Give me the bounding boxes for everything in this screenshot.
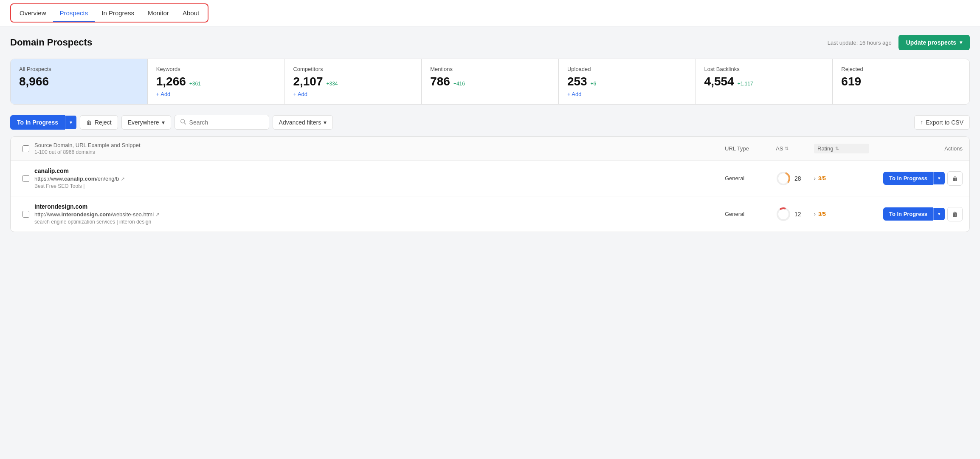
row2-domain-name: interondesign.com — [34, 203, 725, 210]
stat-label-lost-backlinks: Lost Backlinks — [704, 66, 824, 72]
stat-add-uploaded[interactable]: + Add — [567, 91, 687, 97]
stat-card-competitors[interactable]: Competitors 2,107 +334 + Add — [284, 59, 422, 104]
row2-domain-cell: interondesign.com http://www.interondesi… — [34, 203, 725, 225]
row1-snippet: Best Free SEO Tools | — [34, 183, 725, 189]
select-all-checkbox[interactable] — [23, 145, 29, 152]
nav-item-in-progress[interactable]: In Progress — [95, 5, 141, 22]
row2-rating-arrow-icon: › — [814, 211, 816, 217]
row2-domain-url: http://www.interondesign.com/website-seo… — [34, 211, 725, 218]
stat-card-rejected[interactable]: Rejected 619 — [833, 59, 969, 104]
row2-actions-cell: To In Progress ▾ 🗑 — [869, 207, 963, 221]
row2-external-link-icon[interactable]: ↗ — [155, 212, 160, 218]
row2-as-score: 12 — [776, 207, 814, 222]
everywhere-dropdown[interactable]: Everywhere ▾ — [121, 115, 171, 130]
stat-card-lost-backlinks[interactable]: Lost Backlinks 4,554 +1,117 — [696, 59, 833, 104]
th-url-type: URL Type — [725, 145, 776, 152]
table-count: 1-100 out of 8966 domains — [34, 149, 725, 155]
stat-delta-keywords: +361 — [189, 81, 201, 87]
row2-as-donut — [776, 207, 791, 222]
stat-label-competitors: Competitors — [293, 66, 413, 72]
nav-item-overview[interactable]: Overview — [13, 5, 53, 22]
export-label: Export to CSV — [926, 119, 963, 126]
row1-actions-cell: To In Progress ▾ 🗑 — [869, 171, 963, 186]
stat-card-mentions[interactable]: Mentions 786 +416 — [422, 59, 559, 104]
stat-delta-uploaded: +6 — [591, 81, 597, 87]
everywhere-chevron-icon: ▾ — [162, 119, 165, 126]
stat-card-all[interactable]: All Prospects 8,966 — [11, 59, 148, 104]
row2-action-split: To In Progress ▾ — [883, 207, 945, 221]
stat-label-keywords: Keywords — [156, 66, 276, 72]
th-source: Source Domain, URL Example and Snippet 1… — [34, 142, 725, 155]
export-csv-button[interactable]: ↑ Export to CSV — [914, 115, 970, 130]
advanced-filters-button[interactable]: Advanced filters ▾ — [273, 115, 333, 130]
stat-label-mentions: Mentions — [430, 66, 550, 72]
row2-snippet: search engine optimization services | in… — [34, 219, 725, 225]
row1-action-chevron-icon: ▾ — [938, 176, 941, 181]
update-prospects-button[interactable]: Update prospects ▾ — [898, 35, 970, 50]
page-title: Domain Prospects — [10, 37, 92, 48]
update-prospects-label: Update prospects — [906, 39, 956, 46]
row1-url-type: General — [725, 175, 776, 181]
stat-add-competitors[interactable]: + Add — [293, 91, 413, 97]
table-row: interondesign.com http://www.interondesi… — [11, 196, 969, 232]
stat-card-uploaded[interactable]: Uploaded 253 +6 + Add — [559, 59, 696, 104]
stat-value-competitors: 2,107 — [293, 75, 323, 88]
select-all-cell[interactable] — [17, 145, 34, 152]
everywhere-label: Everywhere — [128, 119, 159, 126]
stat-delta-lost-backlinks: +1,117 — [738, 81, 753, 87]
table-row: canalip.com https://www.canalip.com/en/e… — [11, 161, 969, 196]
row1-trash-icon: 🗑 — [952, 175, 958, 182]
row1-checkbox-cell[interactable] — [17, 175, 34, 182]
row2-checkbox-cell[interactable] — [17, 211, 34, 218]
search-icon — [180, 119, 186, 126]
th-source-label: Source Domain, URL Example and Snippet — [34, 142, 141, 148]
last-update-text: Last update: 16 hours ago — [828, 40, 892, 46]
row2-delete-button[interactable]: 🗑 — [947, 207, 963, 221]
page-header: Domain Prospects Last update: 16 hours a… — [10, 35, 970, 50]
row1-to-in-progress-button[interactable]: To In Progress — [883, 172, 933, 185]
row1-domain-cell: canalip.com https://www.canalip.com/en/e… — [34, 167, 725, 189]
row2-action-chevron-icon: ▾ — [938, 211, 941, 216]
row1-rating: › 3/5 — [814, 175, 869, 181]
th-actions-label: Actions — [944, 145, 963, 152]
stat-label-rejected: Rejected — [841, 66, 961, 72]
th-as[interactable]: AS ⇅ — [776, 145, 814, 152]
search-box — [175, 115, 269, 130]
row1-external-link-icon[interactable]: ↗ — [121, 176, 125, 182]
to-in-progress-split-button: To In Progress ▾ — [10, 115, 76, 130]
row2-action-dropdown-button[interactable]: ▾ — [933, 208, 945, 220]
search-input[interactable] — [189, 119, 264, 126]
row1-action-dropdown-button[interactable]: ▾ — [933, 172, 945, 184]
row2-to-in-progress-button[interactable]: To In Progress — [883, 207, 933, 221]
to-in-progress-dropdown-icon: ▾ — [70, 119, 72, 125]
nav-bar: Overview Prospects In Progress Monitor A… — [0, 0, 980, 26]
stat-delta-mentions: +416 — [453, 81, 465, 87]
rating-sort-icon: ⇅ — [835, 146, 839, 151]
app-container: Overview Prospects In Progress Monitor A… — [0, 0, 980, 459]
table-container: Source Domain, URL Example and Snippet 1… — [10, 136, 970, 232]
table-header-row: Source Domain, URL Example and Snippet 1… — [11, 137, 969, 161]
reject-button[interactable]: 🗑 Reject — [80, 115, 118, 130]
th-rating[interactable]: Rating ⇅ — [814, 144, 869, 153]
stat-value-mentions: 786 — [430, 75, 450, 88]
row2-rating-value: 3/5 — [818, 211, 826, 217]
svg-line-1 — [184, 123, 186, 125]
row1-checkbox[interactable] — [23, 175, 29, 182]
nav-item-about[interactable]: About — [176, 5, 206, 22]
stat-add-keywords[interactable]: + Add — [156, 91, 276, 97]
row1-delete-button[interactable]: 🗑 — [947, 171, 963, 186]
to-in-progress-dropdown-button[interactable]: ▾ — [65, 116, 76, 129]
nav-item-prospects[interactable]: Prospects — [53, 5, 95, 22]
to-in-progress-button[interactable]: To In Progress — [10, 115, 65, 130]
stat-label-uploaded: Uploaded — [567, 66, 687, 72]
stat-value-lost-backlinks: 4,554 — [704, 75, 734, 88]
stat-value-rejected: 619 — [841, 75, 961, 88]
export-icon: ↑ — [921, 119, 924, 125]
svg-point-4 — [777, 208, 789, 220]
row1-as-value: 28 — [794, 175, 801, 182]
row1-domain-url: https://www.canalip.com/en/eng/b ↗ — [34, 176, 725, 182]
row2-checkbox[interactable] — [23, 211, 29, 218]
nav-item-monitor[interactable]: Monitor — [141, 5, 176, 22]
row1-as-donut — [776, 171, 791, 186]
stat-card-keywords[interactable]: Keywords 1,266 +361 + Add — [148, 59, 285, 104]
